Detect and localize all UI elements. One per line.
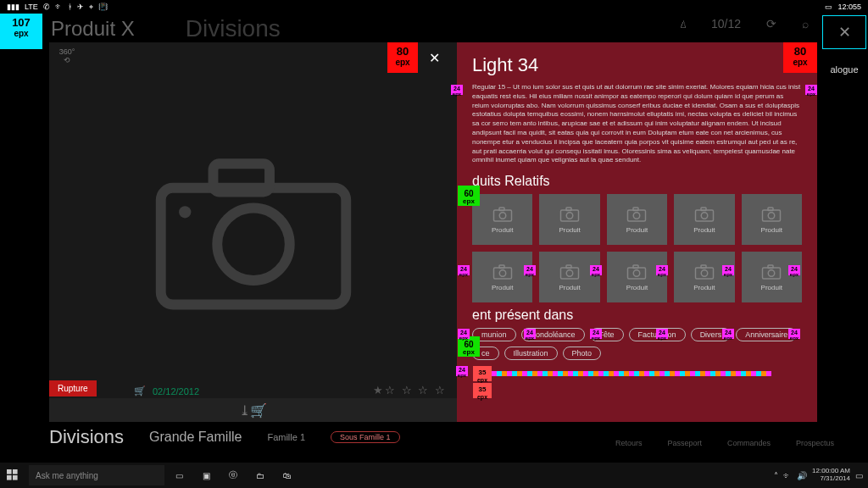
camera-placeholder-icon — [152, 152, 355, 313]
panel-title: Light 34 — [472, 54, 802, 76]
catalogue-tab-peek[interactable]: alogue — [821, 59, 868, 80]
footer-link[interactable]: Commandes — [727, 439, 771, 447]
spec-marker-24: 24epx — [656, 265, 668, 275]
crumb-famille-1[interactable]: Famille 1 — [267, 432, 305, 442]
bluetooth-icon: ᚼ — [68, 3, 72, 11]
tray-wifi-icon[interactable]: ᯤ — [783, 471, 792, 480]
category-chip[interactable]: Photo — [563, 347, 602, 360]
svg-rect-4 — [493, 210, 511, 221]
rating-stars[interactable]: ★☆ ☆ ☆ ☆ — [373, 384, 447, 396]
search-icon[interactable]: ⌕ — [802, 17, 809, 30]
svg-rect-26 — [633, 265, 638, 269]
spec-marker-24: 24epx — [722, 329, 734, 339]
svg-point-9 — [566, 212, 573, 219]
svg-point-21 — [499, 269, 506, 276]
taskbar-app-ie[interactable]: ⓔ — [220, 463, 246, 488]
related-product-tile[interactable]: Produit — [674, 194, 734, 245]
camera-icon — [492, 206, 514, 223]
tile-label: Produit — [492, 226, 513, 234]
tray-up-icon[interactable]: ˄ — [774, 471, 778, 480]
svg-point-24 — [566, 269, 573, 276]
tile-label: Produit — [492, 284, 513, 291]
footer-link[interactable]: Passeport — [667, 439, 702, 447]
spec-marker-24: 24epx — [458, 329, 470, 339]
related-product-tile[interactable]: Produit — [539, 194, 599, 245]
related-product-tile[interactable]: Produit — [742, 252, 802, 302]
related-product-tile[interactable]: Produit — [539, 252, 599, 302]
footer-link[interactable]: Retours — [615, 439, 643, 447]
relatifs-heading: duits Relatifs — [472, 174, 802, 189]
crumb-sous-famille[interactable]: Sous Famille 1 — [331, 431, 400, 443]
phone-status-bar: ▮▮▮ LTE ✆ ᯤ ᚼ ✈ ⌖ 📳 ▭ 12:055 — [0, 0, 868, 14]
related-product-tile[interactable]: Produit — [674, 252, 734, 302]
bg-divisions-title: Divisions — [186, 15, 281, 42]
svg-rect-11 — [633, 208, 638, 211]
availability-date: 02/12/2012 — [153, 386, 199, 396]
close-icon: ✕ — [429, 50, 440, 66]
svg-rect-37 — [13, 475, 18, 480]
spec-marker-24: 24epx — [451, 85, 463, 95]
spec-marker-24: 24epx — [590, 329, 602, 339]
cart-mini-icon: 🛒 — [134, 385, 146, 396]
sync-icon[interactable]: ⟳ — [766, 17, 776, 30]
svg-rect-16 — [763, 210, 781, 221]
tray-notifications-icon[interactable]: ▭ — [855, 471, 863, 480]
tile-label: Produit — [761, 284, 782, 291]
taskbar-app-store[interactable]: 🛍 — [275, 463, 300, 488]
rupture-badge: Rupture — [49, 380, 97, 396]
camera-icon — [626, 263, 648, 280]
spec-ruler-1 — [492, 371, 771, 376]
crumb-grande-famille[interactable]: Grande Famille — [149, 430, 242, 445]
spec-callout-107: 107epx — [0, 14, 42, 49]
chips-row-2: ceIllustrationPhoto — [472, 347, 802, 360]
tile-label: Produit — [626, 226, 648, 234]
taskbar-app-explorer[interactable]: 🗀 — [248, 463, 273, 488]
tile-label: Produit — [693, 284, 715, 291]
related-product-tile[interactable]: Produit — [472, 194, 532, 245]
related-product-tile[interactable]: Produit — [607, 252, 667, 302]
svg-point-27 — [634, 269, 641, 276]
spec-marker-24: 24epx — [524, 265, 536, 275]
spec-callout-80a: 80epx — [387, 42, 418, 73]
spec-callout-35b: 35epx — [473, 383, 492, 398]
related-product-tile[interactable]: Produit — [607, 194, 667, 245]
taskbar-app-1[interactable]: ▣ — [193, 463, 219, 488]
vowifi-icon: ✆ — [43, 3, 50, 11]
related-product-tile[interactable]: Produit — [742, 194, 802, 245]
spec-marker-24: 24epx — [722, 265, 734, 275]
crumb-divisions[interactable]: Divisions — [49, 426, 124, 448]
category-chip[interactable]: Illustration — [504, 347, 558, 360]
rotate-360-icon[interactable]: 360° ⟲ — [54, 47, 80, 73]
svg-rect-19 — [493, 268, 511, 279]
svg-rect-14 — [701, 208, 706, 211]
tile-label: Produit — [559, 226, 580, 234]
related-product-tile[interactable]: Produit — [472, 252, 532, 302]
windows-taskbar: Ask me anything ▭ ▣ ⓔ 🗀 🛍 ˄ ᯤ 🔊 12:00:00… — [0, 463, 868, 488]
svg-rect-13 — [695, 210, 713, 221]
svg-point-6 — [499, 212, 506, 219]
taskbar-search[interactable]: Ask me anything — [29, 465, 164, 485]
panel-description: Regular 15 – Ut mo ium solor sus et quis… — [472, 83, 802, 165]
tray-clock[interactable]: 12:00:00 AM 7/31/2014 — [812, 468, 850, 483]
tile-label: Produit — [626, 284, 648, 291]
start-button[interactable] — [0, 463, 25, 488]
tray-volume-icon[interactable]: 🔊 — [797, 471, 807, 480]
svg-rect-34 — [7, 469, 12, 474]
spec-marker-24: 24epx — [805, 85, 817, 95]
svg-point-18 — [769, 212, 776, 219]
spec-marker-24: 24epx — [458, 265, 470, 275]
footer-link[interactable]: Prospectus — [796, 439, 834, 447]
window-close-button[interactable]: ✕ — [822, 15, 866, 49]
spec-callout-80b: 80epx — [783, 42, 817, 73]
svg-point-33 — [769, 269, 776, 276]
spec-callout-35a: 35epx — [473, 366, 492, 381]
camera-icon — [626, 206, 648, 223]
footer-links: RetoursPasseportCommandesProspectus — [615, 439, 834, 447]
user-icon[interactable]: 𐊅 — [680, 17, 686, 30]
task-view-button[interactable]: ▭ — [166, 463, 192, 488]
preview-close-button[interactable]: ✕ — [419, 42, 449, 73]
svg-rect-29 — [701, 265, 706, 269]
clock-label: 12:055 — [837, 3, 861, 11]
svg-rect-10 — [628, 210, 646, 221]
add-to-cart-bar[interactable]: ⤓🛒 — [49, 398, 457, 422]
